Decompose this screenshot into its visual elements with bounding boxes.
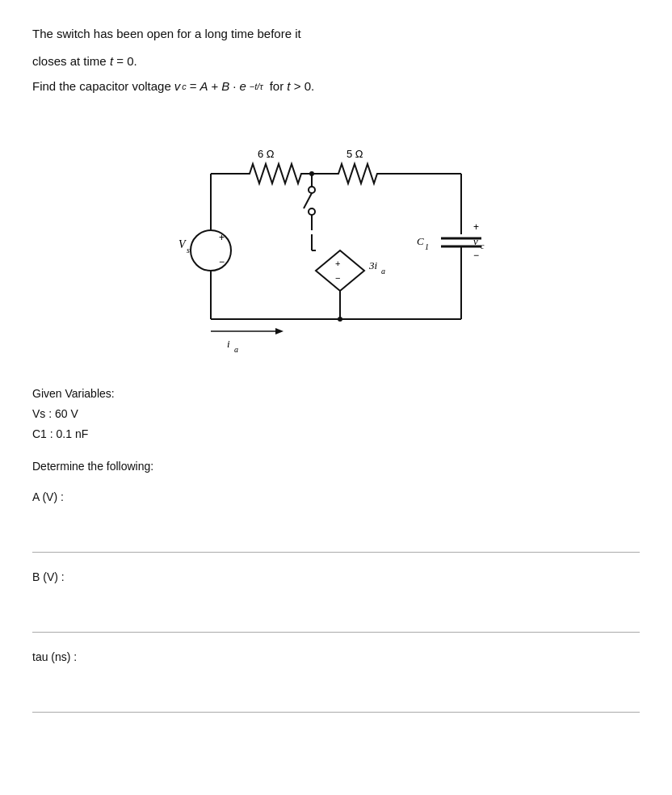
- svg-text:C: C: [417, 235, 424, 247]
- svg-text:5 Ω: 5 Ω: [346, 148, 363, 160]
- svg-text:+: +: [335, 259, 340, 268]
- svg-line-14: [304, 193, 312, 208]
- determine-section: Determine the following: A (V) : B (V) :…: [32, 460, 640, 713]
- svg-text:3i: 3i: [368, 259, 378, 271]
- svg-marker-16: [316, 250, 364, 291]
- svg-text:1: 1: [425, 242, 429, 251]
- svg-text:−: −: [335, 273, 340, 283]
- svg-marker-39: [275, 328, 284, 334]
- problem-statement: The switch has been open for a long time…: [32, 24, 640, 93]
- svg-text:a: a: [234, 345, 238, 354]
- svg-text:c: c: [481, 242, 485, 250]
- problem-line3: Find the capacitor voltage vc = A + B · …: [32, 79, 640, 93]
- svg-point-10: [309, 187, 315, 193]
- svg-text:s: s: [187, 246, 190, 254]
- problem-line2: closes at time t = 0.: [32, 52, 640, 71]
- svg-point-1: [191, 230, 231, 271]
- determine-text: Determine the following:: [32, 460, 640, 473]
- svg-text:−: −: [473, 250, 479, 261]
- given-vs: Vs : 60 V: [32, 404, 640, 424]
- svg-point-37: [338, 317, 342, 322]
- given-c1: C1 : 0.1 nF: [32, 424, 640, 444]
- svg-text:i: i: [227, 338, 230, 350]
- find-text: Find the capacitor voltage: [32, 79, 171, 93]
- given-header: Given Variables:: [32, 384, 640, 404]
- tau-divider: [32, 712, 640, 713]
- b-label: B (V) :: [32, 570, 640, 583]
- problem-line1: The switch has been open for a long time…: [32, 24, 640, 44]
- tau-label: tau (ns) :: [32, 650, 640, 663]
- svg-point-12: [309, 208, 315, 215]
- svg-text:6 Ω: 6 Ω: [258, 148, 275, 160]
- b-divider: [32, 632, 640, 633]
- circuit-svg: + − V s 6 Ω + − 3i a: [162, 109, 510, 360]
- svg-text:a: a: [381, 267, 385, 276]
- svg-text:V: V: [178, 238, 187, 250]
- svg-text:−: −: [219, 256, 225, 267]
- svg-text:+: +: [473, 221, 479, 233]
- given-variables-section: Given Variables: Vs : 60 V C1 : 0.1 nF: [32, 384, 640, 445]
- circuit-diagram: + − V s 6 Ω + − 3i a: [32, 109, 640, 360]
- a-label: A (V) :: [32, 490, 640, 503]
- svg-text:v: v: [473, 235, 478, 247]
- svg-text:+: +: [219, 232, 225, 243]
- vc-formula: vc: [174, 79, 187, 93]
- a-divider: [32, 552, 640, 553]
